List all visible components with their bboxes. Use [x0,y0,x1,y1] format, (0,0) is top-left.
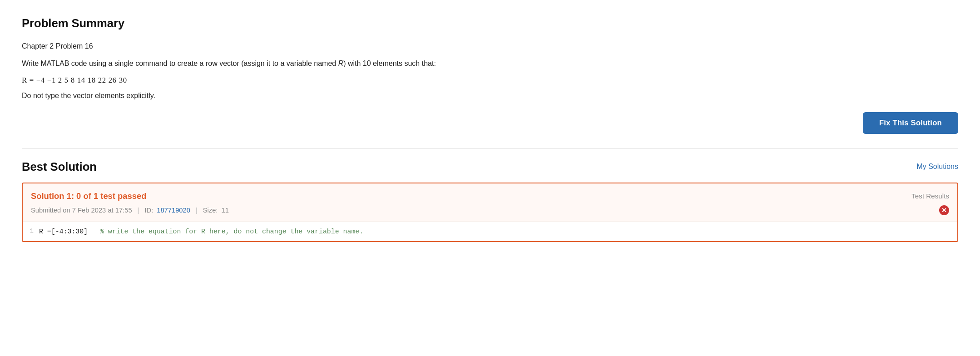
description-part1: Write MATLAB code using a single command… [22,59,338,67]
page-container: Problem Summary Chapter 2 Problem 16 Wri… [0,0,980,257]
test-results-label: Test Results [911,191,949,202]
fix-solution-button[interactable]: Fix This Solution [863,112,958,134]
code-variable: R =[-4:3:30] [39,228,88,235]
close-icon: ✕ [939,205,949,215]
solution-status-title: Solution 1: 0 of 1 test passed [31,190,146,203]
solution-meta-row: Submitted on 7 Feb 2023 at 17:55 | ID: 1… [23,204,957,222]
solution-size-label: Size: [203,205,218,215]
code-comment: % write the equation for R here, do not … [100,228,363,235]
solution-card-header: Solution 1: 0 of 1 test passed Test Resu… [23,183,957,204]
problem-summary-title: Problem Summary [22,15,958,32]
close-solution-button[interactable]: ✕ [939,205,949,215]
problem-note: Do not type the vector elements explicit… [22,90,958,101]
chapter-label: Chapter 2 Problem 16 [22,41,958,52]
description-num: 10 [363,59,371,67]
separator1: | [138,205,139,215]
solution-id-value[interactable]: 187719020 [157,205,190,215]
code-block: 1 R =[-4:3:30] % write the equation for … [23,222,957,241]
description-var: R [338,59,344,67]
my-solutions-link[interactable]: My Solutions [916,161,958,172]
solution-meta-left: Submitted on 7 Feb 2023 at 17:55 | ID: 1… [31,205,229,215]
solution-size-value: 11 [221,205,228,215]
best-solution-title: Best Solution [22,158,97,175]
best-solution-section: Best Solution My Solutions Solution 1: 0… [22,158,958,242]
best-solution-header: Best Solution My Solutions [22,158,958,175]
fix-solution-row: Fix This Solution [22,112,958,134]
code-content: R =[-4:3:30] % write the equation for R … [39,227,957,237]
solution-card: Solution 1: 0 of 1 test passed Test Resu… [22,183,958,242]
description-part2: ) with [343,59,363,67]
solution-submitted: Submitted on 7 Feb 2023 at 17:55 [31,205,132,215]
math-expression: R = −4 −1 2 5 8 14 18 22 26 30 [22,74,958,86]
solution-id-label: ID: [144,205,153,215]
code-line-number: 1 [23,227,39,236]
description-part3: elements such that: [371,59,436,67]
separator2: | [196,205,198,215]
problem-description: Write MATLAB code using a single command… [22,57,958,69]
section-divider [22,148,958,149]
problem-summary-section: Problem Summary Chapter 2 Problem 16 Wri… [22,15,958,134]
